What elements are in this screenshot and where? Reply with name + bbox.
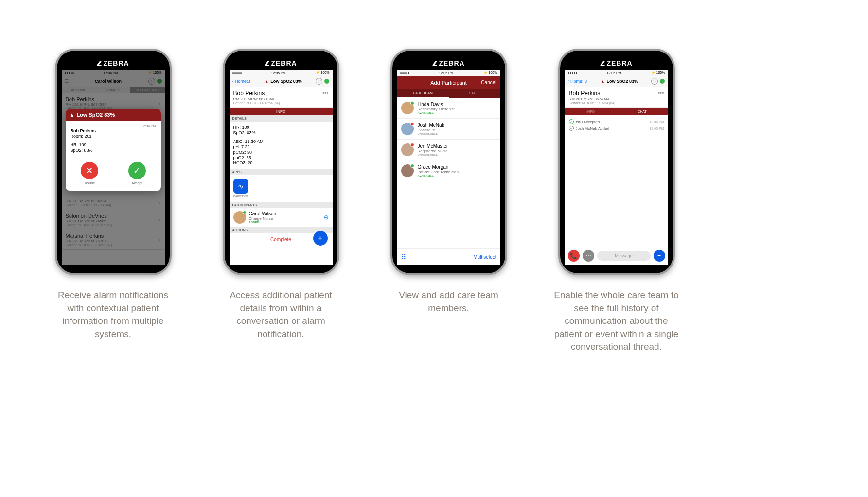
add-participant-header: Add Participant Cancel xyxy=(397,76,500,89)
phone-device-2: ZEBRA 12:05 PM⚡ 100% ‹ Home:3 ▲Low SpO2 … xyxy=(223,49,339,275)
more-button[interactable]: ⋯ xyxy=(583,250,594,262)
warning-icon: ▲ xyxy=(264,79,269,84)
tab-chat[interactable]: CHAT xyxy=(617,108,668,115)
section-participants: PARTICIPANTS xyxy=(230,202,333,208)
more-icon[interactable]: ••• xyxy=(322,90,329,97)
multiselect-button[interactable]: Multiselect xyxy=(473,254,496,260)
heart-icon[interactable]: ♡ xyxy=(651,78,658,85)
log-entry: +Josh McNab Added12:05 PM xyxy=(569,125,664,132)
status-bar: 12:05 PM⚡ 100% xyxy=(565,70,668,76)
alert-room: Room: 201 xyxy=(71,134,156,139)
send-button[interactable]: + xyxy=(654,250,665,262)
patient-meta2: Gender: M DOB: 11/17/54 (64) xyxy=(233,101,280,105)
zebra-brand: ZEBRA xyxy=(560,54,673,70)
alert-title: ▲Low SpO2 83% xyxy=(601,79,638,84)
patient-name: Bob Perkins xyxy=(569,90,616,97)
patient-header: Bob PerkinsRM 201 MRN: 8674344Gender: M … xyxy=(230,87,333,108)
alert-modal: ▲Low SpO2 83% 12:04 PM Bob Perkins Room:… xyxy=(66,109,161,191)
check-icon: ✓ xyxy=(128,162,146,179)
avatar xyxy=(233,211,246,224)
screen-3: 12:05 PM⚡ 100% Add Participant Cancel CA… xyxy=(397,70,500,265)
phone-device-3: ZEBRA 12:05 PM⚡ 100% Add Participant Can… xyxy=(390,49,507,275)
caption-1: Receive alarm notifications with context… xyxy=(50,289,177,340)
alert-spo2: SpO2: 83% xyxy=(71,148,156,153)
warning-icon: ▲ xyxy=(70,112,75,118)
column-3: ZEBRA 12:05 PM⚡ 100% Add Participant Can… xyxy=(379,49,518,315)
tab-careteam[interactable]: CARE TEAM xyxy=(397,89,449,98)
actions-row: Complete + xyxy=(230,233,333,246)
participant-row[interactable]: Carol WilsonCharge NurseADDED ⊖ xyxy=(230,208,333,227)
back-button[interactable]: ‹ Home:3 xyxy=(232,79,250,84)
info-tab[interactable]: INFO xyxy=(230,108,333,115)
caption-4: Enable the whole care team to see the fu… xyxy=(553,289,680,354)
plus-circle-icon: + xyxy=(569,126,574,131)
alert-header: ▲Low SpO2 83% xyxy=(66,109,161,121)
screen-2: 12:05 PM⚡ 100% ‹ Home:3 ▲Low SpO2 83% ♡ … xyxy=(230,70,333,265)
back-button[interactable]: ‹ Home: 3 xyxy=(568,79,587,84)
avatar xyxy=(401,123,414,135)
alert-hr: HR: 109 xyxy=(71,142,156,147)
accept-button[interactable]: ✓Accept xyxy=(128,162,146,185)
caption-2: Access additional patient details from w… xyxy=(218,289,344,340)
staff-row[interactable]: Grace MorganPatient Care TechnicianAVAIL… xyxy=(397,160,500,181)
remove-icon[interactable]: ⊖ xyxy=(324,214,329,221)
details-block: HR: 109SpO2: 83% ABG: 11:30 AMpH: 7.29pC… xyxy=(230,122,333,169)
avatar xyxy=(401,164,414,177)
check-circle-icon: ✓ xyxy=(569,119,574,124)
complete-button[interactable]: Complete xyxy=(270,237,291,242)
header-title: Add Participant xyxy=(430,80,467,86)
staff-row[interactable]: Jen McMasterRegistered NurseUNAVAILABLE xyxy=(397,140,500,160)
patient-name: Bob Perkins xyxy=(233,90,280,97)
tab-staff[interactable]: STAFF xyxy=(449,89,500,98)
bottom-bar: ⠿ Multiselect xyxy=(397,248,500,265)
zebra-brand: ZEBRA xyxy=(225,54,337,70)
add-fab[interactable]: + xyxy=(313,231,328,246)
section-apps: APPS xyxy=(230,169,333,175)
patient-header: Bob PerkinsRM 201 MRN: 8674344Gender: M … xyxy=(565,87,668,108)
app-waveform[interactable]: ∿Waveform xyxy=(230,175,333,202)
zebra-brand: ZEBRA xyxy=(392,54,505,70)
phone-device-4: ZEBRA 12:05 PM⚡ 100% ‹ Home: 3 ▲Low SpO2… xyxy=(558,49,675,275)
warning-icon: ▲ xyxy=(601,79,605,84)
chat-tabs: INFO CHAT xyxy=(565,108,668,115)
close-icon: ✕ xyxy=(81,162,98,179)
dialpad-icon[interactable]: ⠿ xyxy=(401,253,406,261)
header-bar: ‹ Home:3 ▲Low SpO2 83% ♡ xyxy=(230,76,333,87)
waveform-icon: ∿ xyxy=(233,179,248,194)
status-bar: 12:05 PM⚡ 100% xyxy=(397,70,500,76)
screen-4: 12:05 PM⚡ 100% ‹ Home: 3 ▲Low SpO2 83% ♡… xyxy=(565,70,668,265)
alert-patient-name: Bob Perkins xyxy=(71,128,156,133)
alert-title: ▲Low SpO2 83% xyxy=(264,79,301,84)
section-details: DETAILS xyxy=(230,115,333,122)
presence-dot xyxy=(324,79,329,84)
caption-3: View and add care team members. xyxy=(386,289,512,315)
alert-time: 12:04 PM xyxy=(71,124,156,128)
staff-row[interactable]: Josh McNabHospitalistUNAVAILABLE xyxy=(397,119,500,140)
chat-log: ✓You Accepted12:04 PM +Josh McNab Added1… xyxy=(565,115,668,135)
staff-row[interactable]: Linda DavisRespiratory TherapistAVAILABL… xyxy=(397,98,500,119)
header-bar: ‹ Home: 3 ▲Low SpO2 83% ♡ xyxy=(565,76,668,87)
participant-tabs: CARE TEAM STAFF xyxy=(397,89,500,98)
message-bar: 📞 ⋯ Message + xyxy=(568,250,665,262)
avatar xyxy=(401,143,414,156)
phone-device-1: ZEBRA 12:04 PM ⚡ 100% ☰ Carol Wilson ♡ A… xyxy=(55,49,172,275)
decline-button[interactable]: ✕Decline xyxy=(81,162,98,185)
status-bar: 12:05 PM⚡ 100% xyxy=(230,70,333,76)
column-4: ZEBRA 12:05 PM⚡ 100% ‹ Home: 3 ▲Low SpO2… xyxy=(547,49,686,354)
patient-meta1: RM 201 MRN: 8674344 xyxy=(233,97,280,101)
column-2: ZEBRA 12:05 PM⚡ 100% ‹ Home:3 ▲Low SpO2 … xyxy=(212,49,350,340)
cancel-button[interactable]: Cancel xyxy=(481,80,496,85)
avatar xyxy=(401,102,414,114)
column-1: ZEBRA 12:04 PM ⚡ 100% ☰ Carol Wilson ♡ A… xyxy=(44,49,182,340)
more-icon[interactable]: ••• xyxy=(658,90,664,97)
tab-info[interactable]: INFO xyxy=(565,108,617,115)
call-button[interactable]: 📞 xyxy=(568,250,580,262)
heart-icon[interactable]: ♡ xyxy=(316,78,322,85)
presence-dot xyxy=(660,79,665,84)
message-input[interactable]: Message xyxy=(597,251,651,261)
screen-1: 12:04 PM ⚡ 100% ☰ Carol Wilson ♡ ARCHIVE… xyxy=(62,70,165,265)
zebra-brand: ZEBRA xyxy=(57,54,170,70)
log-entry: ✓You Accepted12:04 PM xyxy=(569,118,664,125)
